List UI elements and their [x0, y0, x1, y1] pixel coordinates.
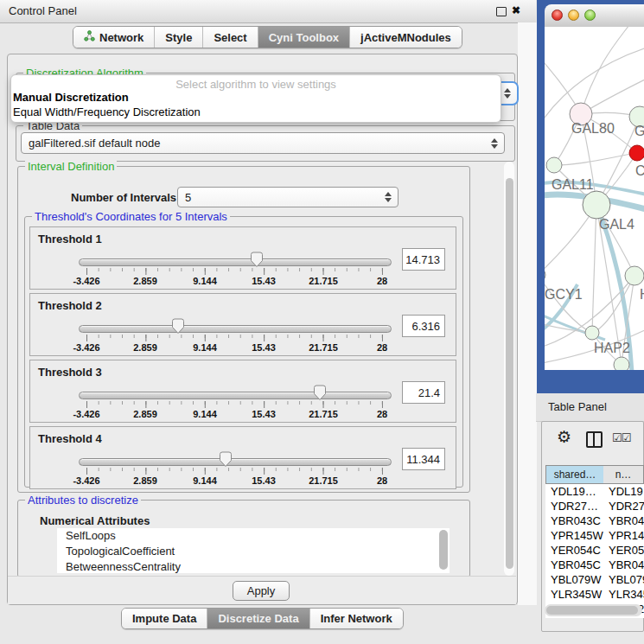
- slider-ticks: [86, 335, 383, 341]
- tab-network[interactable]: Network: [73, 27, 154, 48]
- network-window-titlebar[interactable]: [545, 4, 644, 28]
- threshold-3-value-field[interactable]: 21.4: [402, 381, 445, 404]
- dropdown-option-manual[interactable]: Manual Discretization: [13, 91, 129, 104]
- threshold-label: Threshold 3: [38, 366, 102, 379]
- node-label: GAL11: [552, 177, 594, 192]
- tick-label: 28: [377, 409, 387, 419]
- stepper-arrows-icon: [385, 192, 392, 202]
- dropdown-option-equal-width[interactable]: Equal Width/Frequency Discretization: [13, 105, 201, 118]
- tick-label: 9.144: [193, 475, 217, 486]
- close-icon[interactable]: ✖: [512, 4, 520, 16]
- tick-label: 2.859: [133, 342, 157, 353]
- stepper-arrows-icon: [491, 138, 498, 149]
- node-label-partial: C: [635, 163, 644, 178]
- tab-infer-network[interactable]: Infer Network: [309, 609, 403, 628]
- threshold-4-value-field[interactable]: 11.344: [402, 448, 445, 470]
- close-traffic-light-icon[interactable]: [552, 10, 563, 21]
- control-panel-tabs: Network Style Select Cyni Toolbox jActiv…: [73, 26, 462, 48]
- threshold-3-slider-track[interactable]: [79, 392, 392, 399]
- threshold-1-value-field[interactable]: 14.713: [402, 248, 445, 271]
- algorithm-dropdown-popup: Select algorithm to view settings Manual…: [10, 74, 501, 123]
- apply-button[interactable]: Apply: [233, 581, 290, 601]
- panel-scrollbar[interactable]: [504, 162, 514, 576]
- panel-scrollbar-thumb[interactable]: [506, 178, 513, 569]
- tick-label: 9.144: [193, 276, 217, 286]
- tab-select[interactable]: Select: [202, 27, 257, 48]
- tick-label: 2.859: [133, 409, 157, 419]
- num-intervals-select[interactable]: 5: [177, 187, 399, 207]
- gear-icon[interactable]: ⚙: [557, 427, 571, 446]
- minimize-traffic-light-icon[interactable]: [568, 10, 579, 21]
- threshold-2-slider-track[interactable]: [79, 325, 392, 333]
- table-row[interactable]: YLR345WYLR345W: [545, 587, 644, 602]
- node-h[interactable]: [625, 266, 644, 285]
- tick-label: 15.43: [252, 475, 276, 486]
- tick-label: 15.43: [252, 342, 276, 353]
- node-label: GAL4: [599, 217, 634, 232]
- node-label-partial: GA: [634, 124, 644, 138]
- threshold-2-slider-thumb[interactable]: [171, 318, 185, 335]
- scrollbar-thumb[interactable]: [546, 606, 638, 615]
- threshold-4-slider-track[interactable]: [79, 458, 392, 466]
- column-header-shared-name[interactable]: shared…: [545, 465, 604, 484]
- table-panel-title: Table Panel: [548, 393, 607, 421]
- table-row[interactable]: YER054CYER054C: [545, 543, 644, 558]
- table-row[interactable]: YBR043CYBR043C: [545, 513, 644, 528]
- tab-label: Network: [99, 31, 143, 44]
- tab-impute-data[interactable]: Impute Data: [122, 609, 207, 628]
- tab-label: jActiveMNodules: [360, 31, 451, 44]
- threshold-1-slider-thumb[interactable]: [250, 252, 264, 268]
- table-horizontal-scrollbar[interactable]: [545, 604, 642, 616]
- threshold-label: Threshold 4: [38, 432, 102, 445]
- network-icon: [84, 30, 95, 44]
- slider-ticks: [86, 268, 383, 275]
- tab-label: Style: [165, 31, 192, 44]
- tab-label: Cyni Toolbox: [269, 31, 339, 44]
- node-bottom[interactable]: [614, 357, 629, 370]
- panel-title: Control Panel: [9, 0, 77, 22]
- float-window-icon[interactable]: [496, 7, 507, 16]
- table-row[interactable]: YBL079WYBL079W: [545, 572, 644, 587]
- tab-discretize-data[interactable]: Discretize Data: [207, 609, 309, 628]
- tab-label: Infer Network: [321, 612, 392, 625]
- tab-label: Select: [214, 31, 246, 44]
- threshold-3-slider-thumb[interactable]: [313, 385, 327, 401]
- tab-jactivemnodules[interactable]: jActiveMNodules: [349, 27, 462, 48]
- list-item[interactable]: SelfLoops: [57, 528, 450, 544]
- threshold-label: Threshold 1: [38, 233, 102, 245]
- list-item[interactable]: TopologicalCoefficient: [57, 544, 450, 559]
- zoom-traffic-light-icon[interactable]: [584, 10, 596, 21]
- table-data-select[interactable]: galFiltered.sif default node: [21, 132, 505, 154]
- list-item[interactable]: BetweennessCentrality: [57, 559, 450, 573]
- tick-label: 2.859: [133, 475, 157, 486]
- node-gal11[interactable]: [546, 157, 562, 173]
- list-scrollbar[interactable]: [439, 530, 448, 570]
- tab-label: Discretize Data: [218, 612, 298, 625]
- table-panel-titlebar: Table Panel: [536, 393, 644, 422]
- table-row[interactable]: YBR045CYBR045C: [545, 558, 644, 572]
- node-gcy1[interactable]: [545, 267, 545, 283]
- node-label: GAL80: [571, 121, 615, 136]
- table-row[interactable]: YDL19…YDL19…: [545, 484, 644, 499]
- column-header-name[interactable]: n…: [603, 465, 644, 484]
- tab-cyni-toolbox[interactable]: Cyni Toolbox: [258, 27, 349, 48]
- tick-label: 21.715: [309, 409, 338, 419]
- tab-style[interactable]: Style: [154, 27, 202, 48]
- select-columns-checkbox-icons[interactable]: ☑☑: [612, 431, 630, 444]
- tick-label: 21.715: [309, 475, 338, 486]
- column-layout-icon[interactable]: [586, 431, 603, 448]
- group-title: Interval Definition: [25, 160, 117, 173]
- num-intervals-label: Number of Intervals: [71, 191, 176, 204]
- node-red-selected[interactable]: [629, 145, 644, 161]
- threshold-4-slider-thumb[interactable]: [219, 451, 233, 468]
- threshold-2-value-field[interactable]: 6.316: [402, 315, 445, 337]
- table-row[interactable]: YPR145WYPR145W: [545, 528, 644, 543]
- network-canvas[interactable]: GAL80 GA C GAL11 GAL4 GCY1 H HAP2: [545, 27, 644, 370]
- group-title: Attributes to discretize: [25, 494, 141, 507]
- control-panel-titlebar: Control Panel ✖: [0, 0, 536, 23]
- threshold-1-slider-track[interactable]: [79, 258, 392, 266]
- threshold-3-panel: Threshold 3 -3.426 2.859 9.144 15.43 21.…: [29, 360, 456, 423]
- node-gal4[interactable]: [583, 191, 610, 219]
- node-hap2[interactable]: [585, 326, 599, 340]
- table-row[interactable]: YDR27…YDR27…: [545, 499, 644, 513]
